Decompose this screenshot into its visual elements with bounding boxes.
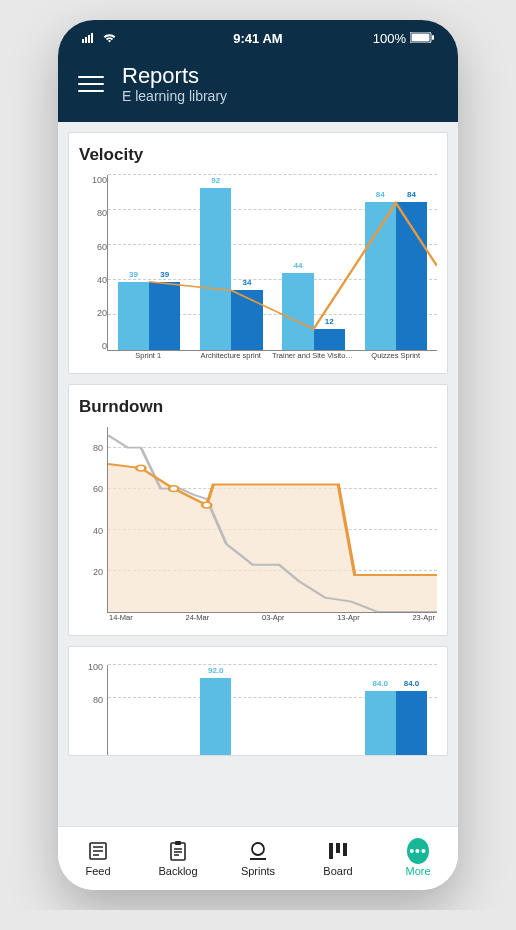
burndown-lines xyxy=(108,427,437,612)
velocity-title: Velocity xyxy=(79,145,437,165)
page-subtitle: E learning library xyxy=(122,88,227,104)
battery-percent: 100% xyxy=(373,31,406,46)
svg-rect-1 xyxy=(85,37,87,43)
tab-more-label: More xyxy=(405,865,430,877)
tab-sprints-label: Sprints xyxy=(241,865,275,877)
status-right: 100% xyxy=(373,31,434,46)
svg-rect-22 xyxy=(329,843,333,859)
wifi-icon xyxy=(102,31,117,46)
status-time: 9:41 AM xyxy=(233,31,282,46)
velocity-chart-2: 100 80 92.0 84.0 84.0 xyxy=(79,665,437,756)
bar-committed-0: 39 xyxy=(118,282,149,351)
status-bar: 9:41 AM 100% xyxy=(58,20,458,56)
menu-icon[interactable] xyxy=(78,71,104,97)
tab-board[interactable]: Board xyxy=(298,827,378,890)
app-header: Reports E learning library xyxy=(58,56,458,122)
bar-completed-0: 39 xyxy=(149,282,180,351)
backlog-icon xyxy=(167,840,189,862)
burndown-plot xyxy=(107,427,437,613)
content-scroll[interactable]: Velocity 0 20 40 60 80 100 xyxy=(58,122,458,826)
bottom-tab-bar: Feed Backlog Sprints Board ••• More xyxy=(58,826,458,890)
velocity-plot: 39 39 92 34 44 12 84 84 xyxy=(107,175,437,351)
svg-point-20 xyxy=(252,843,264,855)
more-icon: ••• xyxy=(407,840,429,862)
tab-feed[interactable]: Feed xyxy=(58,827,138,890)
velocity-card-2: 100 80 92.0 84.0 84.0 xyxy=(68,646,448,756)
tab-more[interactable]: ••• More xyxy=(378,827,458,890)
bar-completed-3: 84 xyxy=(396,202,427,350)
feed-icon xyxy=(87,840,109,862)
header-titles: Reports E learning library xyxy=(122,64,227,104)
svg-marker-7 xyxy=(108,464,437,612)
burndown-card: Burndown 20 40 60 80 xyxy=(68,384,448,636)
bar-committed-1: 92 xyxy=(200,188,231,350)
svg-rect-3 xyxy=(91,33,93,43)
svg-point-10 xyxy=(202,502,211,508)
svg-rect-24 xyxy=(343,843,347,856)
svg-rect-6 xyxy=(432,35,434,40)
velocity-card: Velocity 0 20 40 60 80 100 xyxy=(68,132,448,374)
tab-backlog-label: Backlog xyxy=(158,865,197,877)
battery-icon xyxy=(410,31,434,46)
status-left xyxy=(82,31,117,46)
svg-rect-5 xyxy=(412,33,430,41)
bar2-completed-3: 84.0 xyxy=(396,691,427,756)
bar-committed-2: 44 xyxy=(282,273,313,350)
burndown-title: Burndown xyxy=(79,397,437,417)
signal-icon xyxy=(82,31,98,46)
bar-committed-3: 84 xyxy=(365,202,396,350)
bar-completed-2: 12 xyxy=(314,329,345,350)
tab-backlog[interactable]: Backlog xyxy=(138,827,218,890)
phone-frame: 9:41 AM 100% Reports E learning library … xyxy=(58,20,458,890)
velocity-x-labels: Sprint 1 Architecture sprint Trainer and… xyxy=(107,351,437,365)
page-title: Reports xyxy=(122,64,227,88)
svg-rect-23 xyxy=(336,843,340,853)
tab-feed-label: Feed xyxy=(85,865,110,877)
sprints-icon xyxy=(247,840,269,862)
board-icon xyxy=(327,840,349,862)
bar2-committed-3: 84.0 xyxy=(365,691,396,756)
tab-sprints[interactable]: Sprints xyxy=(218,827,298,890)
burndown-x-labels: 14-Mar 24-Mar 03-Apr 13-Apr 23-Apr xyxy=(107,613,437,627)
svg-rect-0 xyxy=(82,39,84,43)
svg-rect-16 xyxy=(175,841,181,845)
burndown-chart: 20 40 60 80 xyxy=(79,427,437,627)
burndown-y-axis: 20 40 60 80 xyxy=(79,427,107,627)
bar2-committed-1: 92.0 xyxy=(200,678,231,756)
svg-point-8 xyxy=(136,465,145,471)
velocity2-y-axis: 100 80 xyxy=(79,665,107,756)
velocity2-plot: 92.0 84.0 84.0 xyxy=(107,665,437,756)
bar-completed-1: 34 xyxy=(231,290,262,350)
tab-board-label: Board xyxy=(323,865,352,877)
velocity-y-axis: 0 20 40 60 80 100 xyxy=(79,175,107,365)
svg-rect-2 xyxy=(88,35,90,43)
velocity-chart: 0 20 40 60 80 100 39 39 xyxy=(79,175,437,365)
